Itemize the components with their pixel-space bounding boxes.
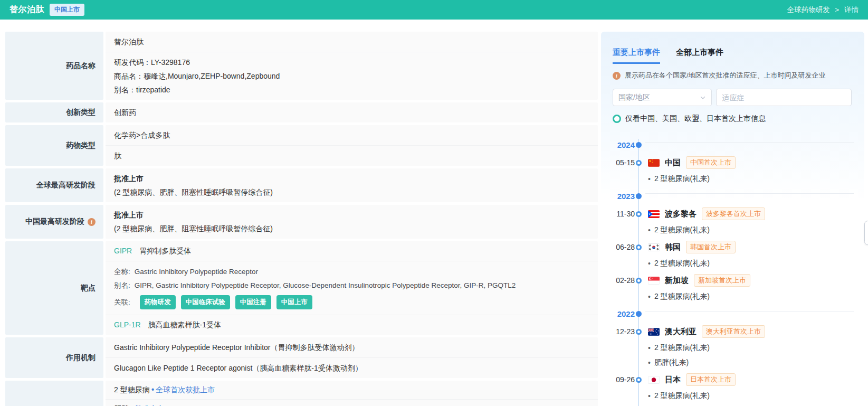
event-country: 中国 bbox=[665, 158, 681, 168]
tab-important-events[interactable]: 重要上市事件 bbox=[613, 48, 660, 64]
flag-jp-icon bbox=[648, 376, 660, 384]
year-dot-icon bbox=[636, 142, 642, 148]
row-value: 替尔泊肽研发代码：LY-3298176商品名：穆峰达,Mounjaro,ZEHP… bbox=[106, 32, 598, 100]
breadcrumb: 全球药物研发 > 详情 bbox=[787, 5, 859, 15]
value-section: 替尔泊肽 bbox=[106, 32, 598, 52]
year-label: 2023 bbox=[613, 192, 635, 201]
flag-cn-icon bbox=[648, 159, 660, 167]
row-value: GIPR胃抑制多肽受体全称:Gastric Inhibitory Polypep… bbox=[106, 241, 598, 335]
relation-tag-button[interactable]: 中国上市 bbox=[276, 295, 312, 309]
row-label bbox=[5, 381, 103, 406]
bullet-icon: • bbox=[648, 344, 651, 352]
year-group: 202405-15中国中国首次上市•2 型糖尿病(礼来) bbox=[613, 133, 852, 184]
target-relation-line: 关联:药物研发中国临床试验中国注册中国上市 bbox=[114, 292, 589, 311]
value-section: 肽 bbox=[106, 145, 598, 166]
event-indications: •2 型糖尿病(礼来) bbox=[648, 391, 852, 401]
target-header: GLP-1R胰高血糖素样肽-1受体 bbox=[106, 315, 598, 335]
value-line: 商品名：穆峰达,Mounjaro,ZEHP-bownd,Zepbound bbox=[114, 69, 589, 83]
events-hint-text: 展示药品在各个国家/地区首次批准的适应症、上市时间及研发企业 bbox=[625, 71, 826, 80]
year-dot-icon bbox=[636, 311, 642, 317]
row-value: 创新药 bbox=[106, 102, 598, 122]
value-line: 研发代码：LY-3298176 bbox=[114, 55, 589, 69]
row-label-text: 创新类型 bbox=[66, 108, 96, 117]
tab-all-events[interactable]: 全部上市事件 bbox=[676, 48, 723, 64]
event-header: 02-28新加坡新加坡首次上市 bbox=[613, 274, 852, 287]
event-dot-icon bbox=[636, 329, 642, 335]
value-line: 化学药>合成多肽 bbox=[114, 128, 589, 142]
value-line: 替尔泊肽 bbox=[114, 35, 589, 49]
row-value: 化学药>合成多肽肽 bbox=[106, 125, 598, 166]
first-listing-badge: 新加坡首次上市 bbox=[694, 274, 750, 287]
info-icon: i bbox=[613, 72, 621, 80]
scrollbar-thumb[interactable] bbox=[864, 221, 868, 245]
value-line: Gastric Inhibitory Polypeptide Receptor … bbox=[114, 341, 589, 354]
row-label: 中国最高研发阶段i bbox=[5, 205, 103, 239]
year-header: 2022 bbox=[613, 308, 852, 319]
value-line: Glucagon Like Peptide 1 Receptor agonist… bbox=[114, 361, 589, 375]
event-dot-icon bbox=[636, 211, 642, 217]
event-dot-icon bbox=[636, 278, 642, 284]
year-group: 202311-30波多黎各波多黎各首次上市•2 型糖尿病(礼来)06-28韩国韩… bbox=[613, 184, 852, 301]
info-icon[interactable]: i bbox=[88, 218, 96, 226]
indication-row: 2 型糖尿病•全球首次获批上市 bbox=[106, 381, 598, 399]
row-value: 2 型糖尿病•全球首次获批上市肥胖•批准上市阻塞性睡眠呼吸暂停综合征•批准上市未… bbox=[106, 381, 598, 406]
row-label: 靶点 bbox=[5, 241, 103, 335]
target-symbol-link[interactable]: GIPR bbox=[114, 247, 132, 255]
breadcrumb-separator: > bbox=[835, 6, 839, 14]
row-label: 全球最高研发阶段 bbox=[5, 168, 103, 202]
bullet-icon: • bbox=[648, 175, 651, 183]
target-alias-line: 别名:GIPR, Gastric Inhibitory Polypeptide … bbox=[114, 278, 589, 292]
drug-info-card: 药品名称替尔泊肽研发代码：LY-3298176商品名：穆峰达,Mounjaro,… bbox=[5, 32, 598, 406]
table-row: 中国最高研发阶段i批准上市(2 型糖尿病、肥胖、阻塞性睡眠呼吸暂停综合征) bbox=[5, 205, 598, 239]
bullet-icon: • bbox=[648, 226, 651, 234]
event-indication-text: 2 型糖尿病(礼来) bbox=[654, 391, 710, 401]
indication-name: 2 型糖尿病 bbox=[114, 385, 150, 394]
relation-tag-button[interactable]: 中国注册 bbox=[235, 295, 271, 309]
value-line: 肽 bbox=[114, 149, 589, 163]
value-line: 创新药 bbox=[114, 106, 589, 119]
flag-pr-icon bbox=[648, 210, 660, 218]
first-listing-badge: 波多黎各首次上市 bbox=[702, 207, 765, 220]
event-dot-icon bbox=[636, 244, 642, 250]
indication-bullet: • bbox=[151, 385, 155, 394]
table-row: 药品名称替尔泊肽研发代码：LY-3298176商品名：穆峰达,Mounjaro,… bbox=[5, 32, 598, 100]
event-indication-line: •2 型糖尿病(礼来) bbox=[648, 391, 852, 401]
breadcrumb-link-global-rnd[interactable]: 全球药物研发 bbox=[787, 6, 830, 14]
event-indications: •2 型糖尿病(礼来) bbox=[648, 225, 852, 235]
value-section: Glucagon Like Peptide 1 Receptor agonist… bbox=[106, 357, 598, 378]
row-label-text: 靶点 bbox=[81, 284, 96, 293]
first-listing-badge: 澳大利亚首次上市 bbox=[702, 325, 765, 338]
row-value: 批准上市(2 型糖尿病、肥胖、阻塞性睡眠呼吸暂停综合征) bbox=[106, 168, 598, 202]
value-section: 批准上市(2 型糖尿病、肥胖、阻塞性睡眠呼吸暂停综合征) bbox=[106, 168, 598, 202]
table-row: 药物类型化学药>合成多肽肽 bbox=[5, 125, 598, 166]
target-symbol-link[interactable]: GLP-1R bbox=[114, 320, 141, 329]
table-row: 创新类型创新药 bbox=[5, 102, 598, 122]
event-dot-icon bbox=[636, 160, 642, 166]
row-label-text: 全球最高研发阶段 bbox=[36, 181, 96, 190]
indication-input[interactable] bbox=[716, 89, 852, 106]
only-major-radio[interactable] bbox=[613, 115, 621, 123]
only-major-filter: 仅看中国、美国、欧盟、日本首次上市信息 bbox=[613, 114, 852, 124]
only-major-label: 仅看中国、美国、欧盟、日本首次上市信息 bbox=[625, 114, 766, 124]
value-line: (2 型糖尿病、肥胖、阻塞性睡眠呼吸暂停综合征) bbox=[114, 185, 589, 199]
page-title: 替尔泊肽 bbox=[9, 4, 44, 15]
indication-stage-link[interactable]: 全球首次获批上市 bbox=[156, 385, 215, 394]
value-line: (2 型糖尿病、肥胖、阻塞性睡眠呼吸暂停综合征) bbox=[114, 222, 589, 235]
event-country: 波多黎各 bbox=[665, 209, 697, 219]
bullet-icon: • bbox=[648, 392, 651, 400]
breadcrumb-current-detail: 详情 bbox=[844, 6, 859, 14]
event-indication-text: 2 型糖尿病(礼来) bbox=[654, 259, 710, 268]
relation-tag-button[interactable]: 中国临床试验 bbox=[181, 295, 230, 309]
app-header: 替尔泊肽 中国上市 全球药物研发 > 详情 bbox=[0, 0, 868, 20]
year-label: 2022 bbox=[613, 309, 635, 318]
target-header: GIPR胃抑制多肽受体 bbox=[106, 241, 598, 261]
year-dot-icon bbox=[636, 193, 642, 199]
alias-value: GIPR, Gastric Inhibitory Polypeptide Rec… bbox=[135, 281, 516, 289]
event-indication-text: 肥胖(礼来) bbox=[654, 358, 689, 367]
event-indication-text: 2 型糖尿病(礼来) bbox=[654, 292, 710, 301]
event-date: 05-15 bbox=[613, 158, 635, 167]
value-section: 研发代码：LY-3298176商品名：穆峰达,Mounjaro,ZEHP-bow… bbox=[106, 52, 598, 100]
country-region-select[interactable]: 国家/地区 bbox=[613, 89, 712, 106]
relation-tag-button[interactable]: 药物研发 bbox=[140, 295, 176, 309]
main-content: 药品名称替尔泊肽研发代码：LY-3298176商品名：穆峰达,Mounjaro,… bbox=[0, 20, 868, 406]
